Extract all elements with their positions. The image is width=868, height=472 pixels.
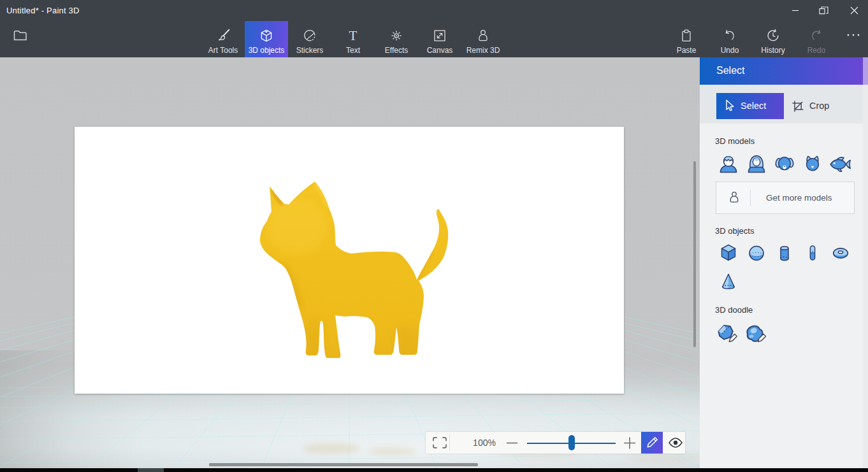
svg-text:T: T — [349, 29, 358, 43]
